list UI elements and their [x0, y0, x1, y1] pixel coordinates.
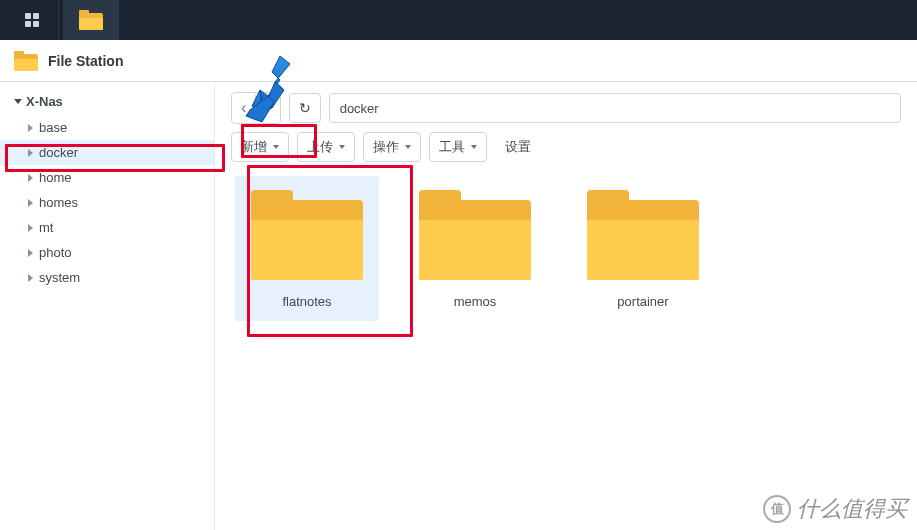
watermark-badge: 值 — [763, 495, 791, 523]
tree-root-label: X-Nas — [26, 94, 63, 109]
settings-button[interactable]: 设置 — [495, 132, 541, 162]
file-grid: flatnotes memos portainer — [231, 176, 901, 321]
chevron-right-icon: › — [265, 100, 270, 116]
folder-icon — [587, 190, 699, 280]
folder-icon — [419, 190, 531, 280]
upload-button[interactable]: 上传 — [297, 132, 355, 162]
folder-label: flatnotes — [239, 294, 375, 309]
watermark: 值 什么值得买 — [763, 494, 907, 524]
dropdown-caret-icon — [339, 145, 345, 149]
tree-item-label: base — [39, 120, 67, 135]
new-button[interactable]: 新增 — [231, 132, 289, 162]
chevron-right-icon — [28, 274, 33, 282]
tree-item-home[interactable]: home — [0, 165, 214, 190]
action-button[interactable]: 操作 — [363, 132, 421, 162]
tools-button-label: 工具 — [439, 138, 465, 156]
taskbar-separator — [58, 0, 59, 40]
tree-item-docker[interactable]: docker — [0, 140, 214, 165]
folder-item-portainer[interactable]: portainer — [571, 176, 715, 321]
tree-item-base[interactable]: base — [0, 115, 214, 140]
tree-item-label: docker — [39, 145, 78, 160]
dropdown-caret-icon — [405, 145, 411, 149]
main-layout: X-Nas base docker home homes mt photo s — [0, 82, 917, 530]
tree-item-label: mt — [39, 220, 53, 235]
folder-item-memos[interactable]: memos — [403, 176, 547, 321]
dropdown-caret-icon — [273, 145, 279, 149]
tree-item-label: homes — [39, 195, 78, 210]
sidebar-tree: X-Nas base docker home homes mt photo s — [0, 82, 215, 530]
apps-grid-icon — [25, 13, 39, 27]
tree-item-system[interactable]: system — [0, 265, 214, 290]
tree-item-mt[interactable]: mt — [0, 215, 214, 240]
chevron-left-icon: ‹ — [241, 100, 246, 116]
upload-button-label: 上传 — [307, 138, 333, 156]
chevron-right-icon — [28, 124, 33, 132]
nav-back-forward-group: ‹ › — [231, 92, 281, 124]
folder-icon — [251, 190, 363, 280]
app-icon — [14, 51, 38, 71]
nav-back-button[interactable]: ‹ — [232, 93, 256, 123]
tree-item-label: photo — [39, 245, 72, 260]
path-input[interactable] — [329, 93, 901, 123]
action-toolbar: 新增 上传 操作 工具 设置 — [231, 132, 901, 162]
tools-button[interactable]: 工具 — [429, 132, 487, 162]
tree-item-homes[interactable]: homes — [0, 190, 214, 215]
settings-button-label: 设置 — [505, 138, 531, 156]
nav-forward-button[interactable]: › — [256, 93, 279, 123]
nav-toolbar: ‹ › ↻ — [231, 92, 901, 124]
taskbar-file-station-button[interactable] — [63, 0, 119, 40]
folder-label: portainer — [575, 294, 711, 309]
folder-label: memos — [407, 294, 543, 309]
chevron-right-icon — [28, 199, 33, 207]
os-taskbar — [0, 0, 917, 40]
watermark-text: 什么值得买 — [797, 494, 907, 524]
taskbar-apps-button[interactable] — [6, 0, 58, 40]
action-button-label: 操作 — [373, 138, 399, 156]
nav-refresh-button[interactable]: ↻ — [289, 93, 321, 123]
tree-item-label: home — [39, 170, 72, 185]
chevron-right-icon — [28, 174, 33, 182]
new-button-label: 新增 — [241, 138, 267, 156]
chevron-right-icon — [28, 249, 33, 257]
dropdown-caret-icon — [471, 145, 477, 149]
folder-icon — [79, 10, 103, 30]
chevron-right-icon — [28, 149, 33, 157]
chevron-right-icon — [28, 224, 33, 232]
folder-item-flatnotes[interactable]: flatnotes — [235, 176, 379, 321]
tree-item-photo[interactable]: photo — [0, 240, 214, 265]
content-pane: ‹ › ↻ 新增 上传 操作 工具 设置 — [215, 82, 917, 530]
app-title: File Station — [48, 53, 123, 69]
tree-root-node[interactable]: X-Nas — [0, 88, 214, 115]
refresh-icon: ↻ — [299, 100, 311, 116]
tree-item-label: system — [39, 270, 80, 285]
window-header: File Station — [0, 40, 917, 82]
chevron-down-icon — [14, 99, 22, 104]
